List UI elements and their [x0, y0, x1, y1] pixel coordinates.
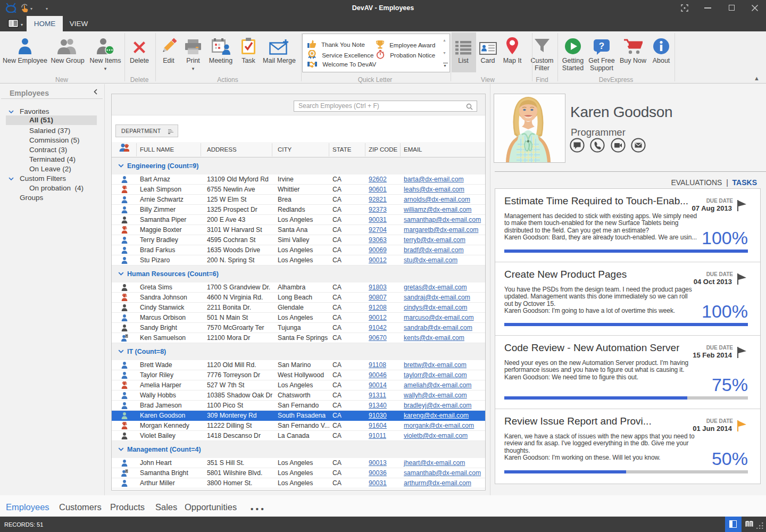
- svg-text:?: ?: [599, 41, 604, 51]
